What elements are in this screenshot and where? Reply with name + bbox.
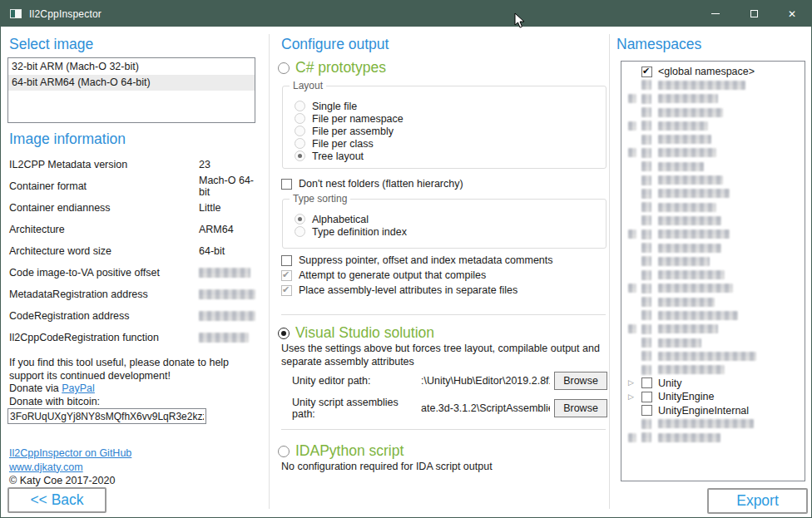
expander-icon[interactable]: ▷ [628,393,641,401]
export-button[interactable]: Export [707,488,808,514]
layout-radio[interactable] [295,101,305,111]
minimize-button[interactable] [696,1,735,27]
namespace-row[interactable] [628,417,805,431]
csharp-prototypes-radio[interactable] [278,62,290,74]
type-sorting-radio[interactable] [295,226,305,237]
flatten-hierarchy-checkbox[interactable] [281,179,292,190]
layout-radio[interactable] [295,150,305,161]
namespace-row[interactable] [628,160,805,173]
type-sorting-option[interactable]: Type definition index [295,225,606,238]
namespace-checkbox-col [641,67,656,77]
redacted-checkbox [641,365,651,375]
layout-option[interactable]: Single file [295,100,606,112]
namespace-checkbox-col [641,432,656,442]
namespace-checkbox[interactable] [641,392,652,402]
namespace-row[interactable]: <global namespace> [628,65,805,78]
close-button[interactable]: ✕ [773,1,811,27]
namespace-checkbox-col [641,215,656,225]
github-link[interactable]: Il2CppInspector on GitHub [9,447,131,459]
minimize-icon [711,13,720,14]
output-option-label: Place assembly-level attributes in separ… [299,284,517,296]
csharp-prototypes-option[interactable]: C# prototypes [278,59,386,76]
namespace-row[interactable]: UnityEngineInternal [628,403,805,417]
namespace-row[interactable] [628,228,805,241]
redacted-checkbox [641,351,651,361]
layout-option[interactable]: File per class [295,137,606,150]
output-option[interactable]: Attempt to generate output that compiles [281,269,486,281]
namespace-row[interactable] [628,268,805,281]
output-option[interactable]: Place assembly-level attributes in separ… [281,284,517,296]
visual-studio-option[interactable]: Visual Studio solution [278,324,434,342]
visual-studio-radio[interactable] [278,328,290,339]
layout-option[interactable]: File per namespace [295,112,606,125]
namespace-row[interactable] [628,132,805,146]
namespace-checkbox[interactable] [641,405,652,416]
back-button[interactable]: << Back [7,487,106,513]
namespace-row[interactable] [628,92,805,106]
namespace-row[interactable] [628,187,805,200]
output-option[interactable]: Suppress pointer, offset and index metad… [281,254,553,266]
output-option-checkbox[interactable] [281,270,292,281]
redacted-namespace-name [658,365,725,374]
website-link[interactable]: www.djkaty.com [9,461,83,473]
namespace-row[interactable] [628,295,805,308]
namespace-row[interactable] [628,336,805,349]
info-label: Container endianness [9,202,199,214]
namespace-row[interactable] [628,214,805,227]
image-list-item[interactable]: 32-bit ARM (Mach-O 32-bit) [8,59,255,75]
image-listbox[interactable]: 32-bit ARM (Mach-O 32-bit)64-bit ARM64 (… [7,57,255,123]
namespace-label: Unity [658,377,681,389]
namespace-row[interactable] [628,308,805,322]
image-list-item[interactable]: 64-bit ARM64 (Mach-O 64-bit) [8,75,255,91]
namespace-row[interactable] [628,106,805,119]
namespace-row[interactable] [628,431,805,444]
layout-radio[interactable] [295,113,305,124]
namespace-checkbox-col [641,80,656,90]
redacted-checkbox [641,338,651,348]
idapython-option[interactable]: IDAPython script [278,442,404,460]
namespace-row[interactable] [628,282,805,295]
namespace-row[interactable] [628,363,805,377]
select-image-heading: Select image [9,36,93,53]
namespace-checkbox[interactable] [641,377,652,388]
namespace-row[interactable]: ▷Unity [628,377,805,390]
redacted-namespace-name [658,298,715,307]
redacted-checkbox [641,135,651,145]
image-information-heading: Image information [9,131,126,148]
namespace-row[interactable] [628,254,805,268]
namespace-row[interactable] [628,78,805,91]
namespace-row[interactable] [628,323,805,336]
namespace-row[interactable] [628,241,805,254]
layout-radio[interactable] [295,126,305,136]
type-sorting-option[interactable]: Alphabetical [295,213,606,225]
flatten-hierarchy-option[interactable]: Don't nest folders (flatten hierarchy) [281,178,463,190]
unity-editor-browse-button[interactable]: Browse [554,372,607,390]
redacted-namespace-name [658,284,733,293]
output-option-checkbox[interactable] [281,255,292,266]
namespace-checkbox-col [641,297,656,307]
type-sorting-radio[interactable] [295,214,305,224]
layout-option[interactable]: Tree layout [295,150,606,162]
type-sorting-groupbox: Type sorting AlphabeticalType definition… [282,199,607,249]
layout-radio[interactable] [295,138,305,149]
layout-option[interactable]: File per assembly [295,125,606,137]
namespace-checkbox[interactable] [641,67,652,77]
output-option-checkbox[interactable] [281,285,292,296]
unity-script-browse-button[interactable]: Browse [554,399,607,417]
namespace-row[interactable] [628,200,805,214]
redacted-namespace-name [658,311,738,320]
namespace-row[interactable] [628,173,805,186]
redacted-namespace-name [658,189,730,198]
namespace-row[interactable] [628,146,805,160]
paypal-link[interactable]: PayPal [62,382,95,394]
redacted-namespace-name [658,203,716,212]
expander-icon[interactable]: ▷ [628,379,641,387]
namespace-row[interactable] [628,119,805,132]
redacted-namespace-name [658,244,721,253]
namespace-row[interactable] [628,349,805,363]
namespace-row[interactable]: ▷UnityEngine [628,390,805,403]
idapython-radio[interactable] [278,446,290,457]
namespaces-tree[interactable]: <global namespace>▷Unity▷UnityEngineUnit… [621,61,805,481]
maximize-button[interactable] [735,1,773,27]
bitcoin-address-input[interactable] [7,408,206,424]
